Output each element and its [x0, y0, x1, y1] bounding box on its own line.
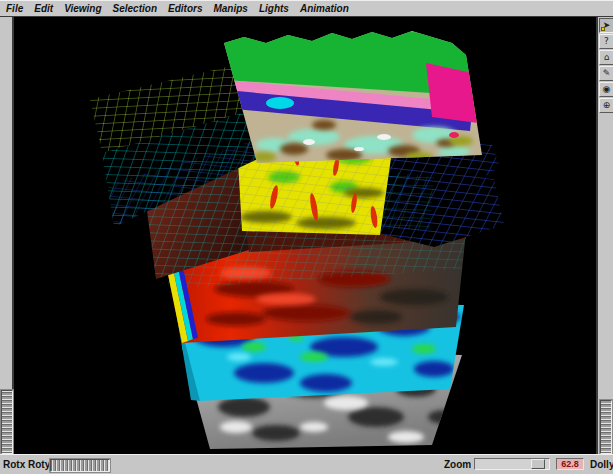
bottom-control-bar: Rotx Roty Zoom 62.8 Dolly: [0, 454, 613, 474]
dolly-label: Dolly: [590, 459, 613, 470]
menu-editors[interactable]: Editors: [168, 3, 202, 14]
menu-edit[interactable]: Edit: [34, 3, 53, 14]
pointer-icon: ➤: [603, 21, 611, 30]
view-all-button[interactable]: ◉: [599, 82, 613, 97]
zoom-value-field[interactable]: 62.8: [556, 458, 584, 470]
left-decoration-strip: [0, 17, 14, 455]
home-edit-icon: ✎: [603, 69, 611, 78]
menu-bar: File Edit Viewing Selection Editors Mani…: [0, 0, 613, 17]
roty-thumbwheel[interactable]: [50, 459, 110, 472]
menu-viewing[interactable]: Viewing: [64, 3, 101, 14]
zoom-label: Zoom: [444, 459, 471, 470]
seek-button[interactable]: ⊕: [599, 98, 613, 113]
question-mark-icon: ?: [604, 37, 609, 46]
menu-manips[interactable]: Manips: [213, 3, 247, 14]
right-toolbar: ➤ ? ⌂ ✎ ◉ ⊕: [596, 17, 613, 455]
help-button[interactable]: ?: [599, 34, 613, 49]
dolly-thumbwheel[interactable]: [600, 400, 612, 454]
render-area[interactable]: [14, 17, 596, 455]
eye-icon: ◉: [603, 85, 611, 94]
menu-animation[interactable]: Animation: [300, 3, 349, 14]
zoom-slider[interactable]: [474, 458, 550, 470]
pick-mode-button[interactable]: ➤: [599, 18, 613, 33]
menu-lights[interactable]: Lights: [259, 3, 289, 14]
menu-selection[interactable]: Selection: [113, 3, 157, 14]
menu-file[interactable]: File: [6, 3, 23, 14]
home-icon: ⌂: [604, 53, 610, 62]
zoom-slider-handle[interactable]: [531, 459, 545, 469]
rotx-thumbwheel[interactable]: [1, 390, 13, 454]
scene-viewer-window: File Edit Viewing Selection Editors Mani…: [0, 0, 613, 474]
roty-label: Roty: [28, 459, 50, 470]
home-button[interactable]: ⌂: [599, 50, 613, 65]
viewport-3d-scene[interactable]: [14, 17, 596, 455]
crosshair-icon: ⊕: [603, 101, 611, 110]
rotx-label: Rotx: [3, 459, 25, 470]
set-home-button[interactable]: ✎: [599, 66, 613, 81]
